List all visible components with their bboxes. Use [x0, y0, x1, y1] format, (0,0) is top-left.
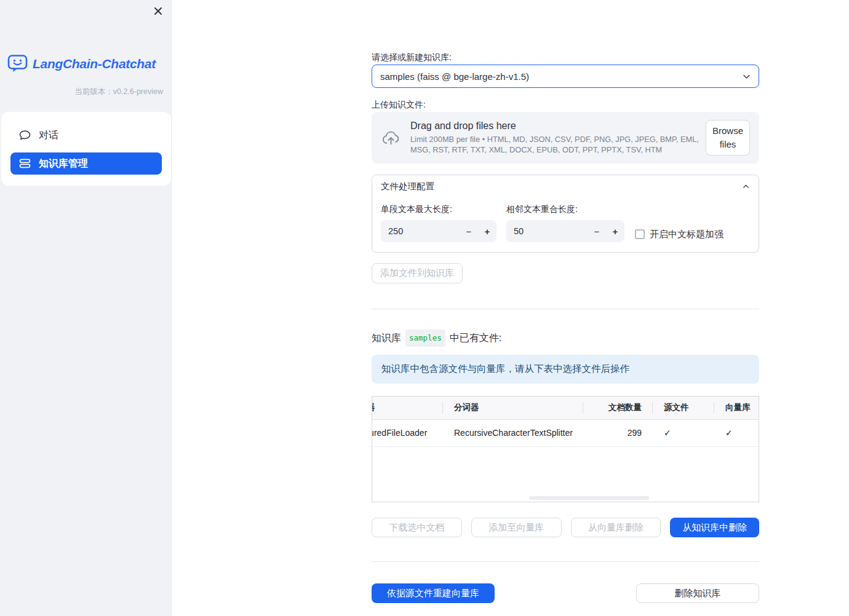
kb-selectbox-value: samples (faiss @ bge-large-zh-v1.5) [380, 71, 742, 82]
increment-button[interactable]: + [478, 220, 496, 242]
kb-selectbox[interactable]: samples (faiss @ bge-large-zh-v1.5) [372, 65, 759, 88]
zh-title-enhance-checkbox[interactable] [635, 229, 645, 239]
app-logo: LangChain-Chatchat [7, 54, 166, 73]
sidebar-item-knowledge-base[interactable]: 知识库管理 [10, 152, 162, 175]
decrement-button[interactable]: − [588, 220, 606, 242]
divider [372, 309, 759, 309]
chunk-size-label: 单段文本最大长度: [381, 203, 496, 215]
kb-files-prefix: 知识库 [372, 331, 401, 346]
zh-title-enhance-label[interactable]: 开启中文标题加强 [650, 229, 723, 240]
delete-from-kb-button[interactable]: 从知识库中删除 [670, 518, 759, 537]
cloud-upload-icon [381, 129, 401, 147]
column-header-doc-count[interactable]: 文档数量 [583, 397, 653, 419]
cell-loader[interactable]: UnstructuredFileLoader [372, 419, 443, 446]
chat-bubble-icon [19, 130, 31, 141]
file-action-buttons: 下载选中文档 添加至向量库 从向量库删除 从知识库中删除 [372, 518, 759, 537]
download-selected-button[interactable]: 下载选中文档 [372, 518, 462, 537]
stacked-list-icon [19, 159, 31, 168]
overlap-size-input[interactable]: 50 − + [506, 220, 624, 242]
expander-title: 文件处理配置 [381, 181, 434, 192]
overlap-size-label: 相邻文本重合长度: [506, 203, 624, 215]
cell-vector-store[interactable]: ✓ [714, 419, 759, 446]
column-header-loader[interactable]: 文档加载器 [372, 397, 443, 419]
logo-text: LangChain-Chatchat [33, 57, 156, 71]
increment-button[interactable]: + [606, 220, 624, 242]
sidebar-close-button[interactable] [152, 5, 164, 17]
kb-select-label: 请选择或新建知识库: [372, 51, 759, 63]
overlap-size-value[interactable]: 50 [506, 226, 588, 236]
chunk-size-input[interactable]: 250 − + [381, 220, 496, 242]
upload-label: 上传知识文件: [372, 98, 759, 111]
table-row[interactable]: UnstructuredFileLoader RecursiveCharacte… [372, 419, 759, 446]
files-dataframe: 文档加载器 分词器 文档数量 源文件 向量库 UnstructuredFileL… [372, 396, 759, 502]
add-to-vector-store-button[interactable]: 添加至向量库 [471, 518, 562, 537]
main-area: 请选择或新建知识库: samples (faiss @ bge-large-zh… [172, 0, 849, 616]
sidebar-nav-card: 对话 知识库管理 [1, 112, 171, 186]
logo-chat-smiley-icon [7, 54, 28, 73]
file-config-expander: 文件处理配置 单段文本最大长度: 250 − + [372, 175, 759, 253]
chevron-up-icon [742, 183, 750, 191]
close-icon [153, 6, 163, 16]
overlap-size-group: 相邻文本重合长度: 50 − + [506, 203, 624, 243]
cell-splitter[interactable]: RecursiveCharacterTextSplitter [443, 419, 583, 446]
delete-from-vector-store-button[interactable]: 从向量库删除 [571, 518, 661, 537]
version-text: 当前版本：v0.2.6-preview [0, 87, 163, 97]
file-dropzone[interactable]: Drag and drop files here Limit 200MB per… [372, 112, 759, 164]
table-header-row: 文档加载器 分词器 文档数量 源文件 向量库 [372, 397, 759, 419]
expander-header[interactable]: 文件处理配置 [372, 175, 759, 198]
chevron-down-icon [742, 72, 751, 81]
info-banner: 知识库中包含源文件与向量库，请从下表中选择文件后操作 [372, 355, 759, 384]
app-window: LangChain-Chatchat 当前版本：v0.2.6-preview 对… [0, 0, 849, 616]
horizontal-scrollbar[interactable] [529, 496, 649, 500]
column-header-source-file[interactable]: 源文件 [653, 397, 714, 419]
dropzone-limit-text: Limit 200MB per file • HTML, MD, JSON, C… [410, 135, 702, 156]
chunk-size-value[interactable]: 250 [381, 226, 460, 236]
dropzone-title: Drag and drop files here [410, 120, 702, 132]
column-header-splitter[interactable]: 分词器 [443, 397, 583, 419]
zh-title-enhance-group: 开启中文标题加强 [635, 225, 723, 243]
sidebar-item-label: 知识库管理 [39, 157, 88, 170]
cell-source-file[interactable]: ✓ [653, 419, 714, 446]
kb-files-heading: 知识库 samples 中已有文件: [372, 330, 759, 347]
kb-manage-buttons: 依据源文件重建向量库 删除知识库 [372, 583, 759, 603]
sidebar: LangChain-Chatchat 当前版本：v0.2.6-preview 对… [0, 0, 172, 616]
kb-files-suffix: 中已有文件: [450, 331, 501, 346]
sidebar-item-label: 对话 [39, 129, 58, 142]
browse-files-button[interactable]: Browse files [706, 120, 750, 156]
dropzone-text: Drag and drop files here Limit 200MB per… [410, 120, 702, 156]
delete-kb-button[interactable]: 删除知识库 [636, 583, 759, 603]
cell-doc-count[interactable]: 299 [583, 419, 653, 446]
column-header-vector-store[interactable]: 向量库 [714, 397, 759, 419]
divider [372, 561, 759, 562]
add-files-to-kb-button[interactable]: 添加文件到知识库 [372, 263, 463, 283]
sidebar-item-dialogue[interactable]: 对话 [10, 123, 162, 148]
chunk-size-group: 单段文本最大长度: 250 − + [381, 203, 496, 243]
decrement-button[interactable]: − [460, 220, 478, 242]
rebuild-vector-store-button[interactable]: 依据源文件重建向量库 [372, 583, 495, 603]
kb-name-code: samples [405, 330, 445, 347]
expander-body: 单段文本最大长度: 250 − + 相邻文本重合长度: 50 − + [372, 198, 759, 252]
